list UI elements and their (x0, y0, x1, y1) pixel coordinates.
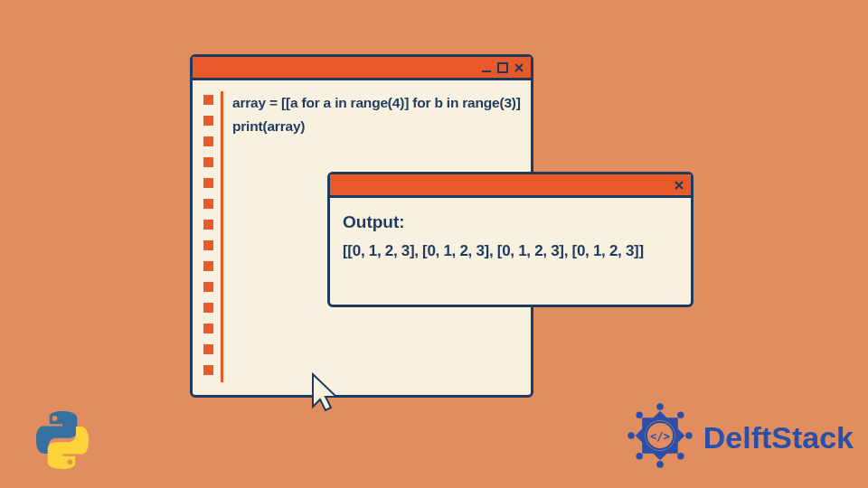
code-line-2: print(array) (232, 115, 521, 138)
bullet-icon (203, 261, 213, 271)
code-titlebar (193, 57, 531, 80)
svg-rect-0 (482, 70, 491, 72)
svg-point-5 (656, 403, 664, 410)
bullet-icon (203, 157, 213, 167)
delftstack-emblem-icon: </> (626, 401, 694, 474)
delftstack-logo: </> DelftStack (626, 401, 854, 474)
vertical-rule (221, 91, 223, 382)
cursor-icon (307, 371, 347, 419)
svg-point-9 (656, 461, 664, 468)
output-body: Output: [[0, 1, 2, 3], [0, 1, 2, 3], [0,… (330, 198, 691, 275)
maximize-icon[interactable] (496, 61, 509, 74)
bullet-icon (203, 365, 213, 375)
output-value: [[0, 1, 2, 3], [0, 1, 2, 3], [0, 1, 2, 3… (343, 238, 678, 266)
close-icon[interactable] (673, 179, 685, 192)
bullet-icon (203, 282, 213, 292)
svg-point-7 (685, 432, 693, 439)
output-titlebar (330, 174, 691, 198)
bullet-icon (203, 116, 213, 126)
bullet-icon (203, 324, 213, 333)
svg-rect-1 (498, 63, 507, 72)
output-window: Output: [[0, 1, 2, 3], [0, 1, 2, 3], [0,… (327, 172, 693, 307)
minimize-icon[interactable] (480, 61, 493, 74)
bullet-icon (203, 303, 213, 313)
line-bullets (203, 91, 213, 382)
svg-point-11 (627, 432, 635, 439)
bullet-icon (203, 136, 213, 146)
svg-point-6 (677, 411, 684, 418)
bullet-icon (203, 95, 213, 105)
svg-point-12 (636, 411, 643, 418)
svg-point-10 (636, 453, 643, 460)
python-logo-icon (27, 405, 98, 479)
bullet-icon (203, 240, 213, 250)
bullet-icon (203, 220, 213, 230)
delftstack-text: DelftStack (703, 420, 854, 455)
close-icon[interactable] (513, 61, 525, 74)
bullet-icon (203, 344, 213, 354)
svg-text:</>: </> (650, 430, 670, 443)
bullet-icon (203, 178, 213, 188)
output-label: Output: (343, 207, 678, 238)
bullet-icon (203, 199, 213, 209)
svg-point-8 (677, 453, 684, 460)
code-line-1: array = [[a for a in range(4)] for b in … (232, 91, 521, 115)
